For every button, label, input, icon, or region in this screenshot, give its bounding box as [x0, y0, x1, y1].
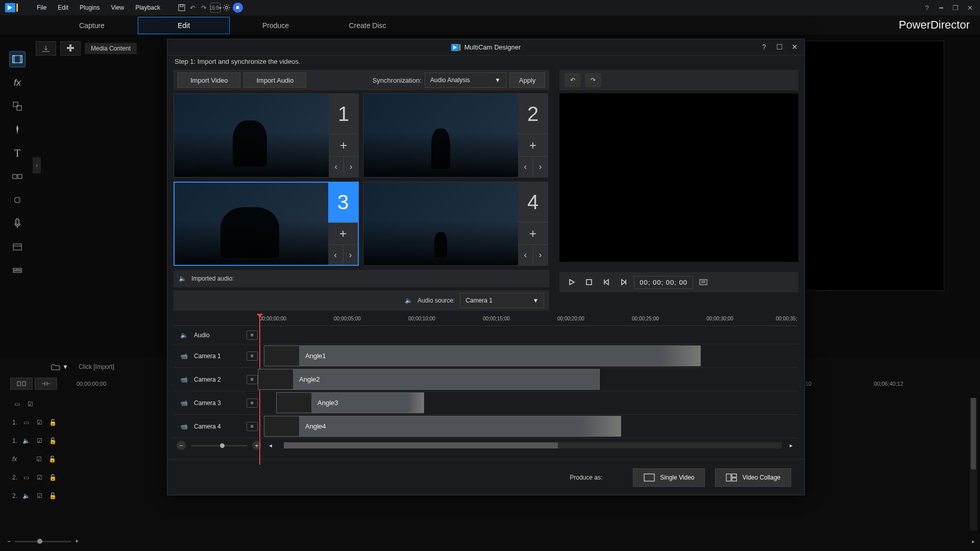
- transition-room-icon[interactable]: [9, 168, 26, 185]
- audio-source-dropdown[interactable]: Camera 1▼: [460, 293, 544, 308]
- zoom-slider[interactable]: [191, 445, 247, 446]
- clip-angle4[interactable]: Angle4: [264, 416, 621, 437]
- subtitle-room-icon[interactable]: [9, 262, 26, 279]
- camera-slot-4[interactable]: 4 + ‹›: [363, 182, 548, 266]
- clip-angle1[interactable]: Angle1: [264, 345, 701, 366]
- tab-create-disc[interactable]: Create Disc: [322, 17, 413, 34]
- camera-slot-3[interactable]: 3 + ‹›: [174, 182, 359, 266]
- checkbox-icon[interactable]: ☑: [34, 456, 43, 463]
- voiceover-room-icon[interactable]: [9, 215, 26, 232]
- dialog-ruler[interactable]: 00;00;00;00 00;00;05;00 00;00;10;00 00;0…: [174, 316, 798, 326]
- lock-icon[interactable]: 🔓: [48, 419, 57, 426]
- zoom-in-icon[interactable]: +: [75, 538, 79, 545]
- lock-icon[interactable]: 🔓: [48, 437, 57, 444]
- particle-room-icon[interactable]: [9, 121, 26, 138]
- sync-dropdown[interactable]: Audio Analysis▼: [425, 72, 506, 88]
- expand-panel-icon[interactable]: ›: [33, 157, 41, 173]
- zoom-out-icon[interactable]: −: [177, 441, 186, 450]
- lock-icon[interactable]: 🔓: [48, 474, 57, 481]
- save-icon[interactable]: [177, 3, 187, 13]
- clip-angle3[interactable]: Angle3: [276, 392, 424, 413]
- lock-icon[interactable]: 🔓: [48, 492, 57, 499]
- checkbox-icon[interactable]: ☑: [35, 437, 44, 444]
- clip-angle2[interactable]: Angle2: [258, 369, 600, 390]
- track-options-icon[interactable]: ≡: [247, 422, 258, 431]
- import-audio-button[interactable]: Import Audio: [243, 72, 306, 88]
- next-icon[interactable]: ›: [533, 157, 548, 177]
- chapter-room-icon[interactable]: [9, 239, 26, 255]
- prev-frame-icon[interactable]: [599, 275, 614, 289]
- menu-plugins[interactable]: Plugins: [75, 2, 105, 13]
- apply-button[interactable]: Apply: [509, 72, 546, 88]
- single-video-button[interactable]: Single Video: [633, 468, 705, 487]
- prev-icon[interactable]: ‹: [518, 245, 533, 265]
- camera-slot-2[interactable]: 2 + ‹›: [363, 93, 548, 178]
- plugins-icon[interactable]: [60, 41, 81, 56]
- menu-file[interactable]: File: [32, 2, 52, 13]
- notifications-icon[interactable]: [233, 3, 243, 13]
- timeline-vscroll[interactable]: [970, 398, 977, 531]
- title-room-icon[interactable]: T: [9, 145, 26, 161]
- hscrollbar[interactable]: [284, 442, 782, 448]
- maximize-icon[interactable]: ❐: [950, 3, 961, 13]
- tab-produce[interactable]: Produce: [230, 17, 322, 34]
- checkbox-icon[interactable]: ☑: [35, 492, 44, 499]
- next-frame-icon[interactable]: [617, 275, 631, 289]
- track-options-icon[interactable]: ≡: [247, 331, 258, 340]
- dialog-close-icon[interactable]: ✕: [789, 41, 800, 53]
- timeline-tool-1[interactable]: [10, 378, 33, 390]
- menu-playback[interactable]: Playback: [130, 2, 165, 13]
- media-room-icon[interactable]: [9, 51, 26, 67]
- tab-edit[interactable]: Edit: [138, 17, 230, 34]
- import-video-button[interactable]: Import Video: [178, 72, 240, 88]
- prev-icon[interactable]: ‹: [328, 245, 344, 265]
- hscroll-left-icon[interactable]: ◂: [266, 442, 275, 449]
- undo-icon[interactable]: ↶: [565, 73, 581, 87]
- prev-icon[interactable]: ‹: [329, 157, 344, 177]
- next-icon[interactable]: ›: [533, 245, 548, 265]
- settings-icon[interactable]: [222, 3, 232, 13]
- library-tab-media[interactable]: Media Content: [85, 43, 137, 54]
- hscroll-right-icon[interactable]: ▸: [787, 442, 795, 449]
- video-collage-button[interactable]: Video Collage: [715, 468, 791, 487]
- folder-dropdown-icon[interactable]: ▼: [51, 363, 68, 370]
- pip-room-icon[interactable]: [9, 98, 26, 114]
- stop-icon[interactable]: [582, 275, 596, 289]
- add-source-icon[interactable]: +: [518, 134, 548, 156]
- help-icon[interactable]: ?: [922, 3, 932, 13]
- audio-lane[interactable]: [258, 326, 798, 344]
- menu-view[interactable]: View: [106, 2, 129, 13]
- add-source-icon[interactable]: +: [328, 222, 358, 245]
- close-icon[interactable]: ✕: [965, 3, 975, 13]
- preview-options-icon[interactable]: [696, 275, 710, 289]
- lock-icon[interactable]: 🔓: [47, 456, 57, 463]
- minimize-icon[interactable]: ━: [936, 3, 946, 13]
- menu-edit[interactable]: Edit: [53, 2, 74, 13]
- timeline-tool-2[interactable]: [35, 378, 57, 390]
- add-source-icon[interactable]: +: [518, 222, 548, 244]
- checkbox-icon[interactable]: ☑: [35, 474, 44, 481]
- checkbox-icon[interactable]: ☑: [26, 400, 35, 408]
- track-options-icon[interactable]: ≡: [247, 375, 258, 384]
- dialog-help-icon[interactable]: ?: [758, 41, 770, 53]
- redo-icon[interactable]: ↷: [199, 3, 209, 13]
- camera-slot-1[interactable]: 1 + ‹›: [174, 93, 359, 178]
- dialog-maximize-icon[interactable]: ☐: [774, 41, 785, 53]
- timecode-display[interactable]: 00; 00; 00; 00: [634, 276, 693, 289]
- fx-room-icon[interactable]: fx: [9, 74, 26, 91]
- zoom-out-icon[interactable]: −: [7, 538, 11, 545]
- timeline-scroll-right-icon[interactable]: ▸: [972, 538, 975, 545]
- import-media-icon[interactable]: [36, 41, 56, 56]
- add-source-icon[interactable]: +: [329, 134, 358, 156]
- track-options-icon[interactable]: ≡: [247, 398, 258, 408]
- audio-room-icon[interactable]: [9, 192, 26, 208]
- play-icon[interactable]: [565, 275, 579, 289]
- next-icon[interactable]: ›: [344, 157, 359, 177]
- zoom-slider[interactable]: [15, 541, 71, 542]
- tab-capture[interactable]: Capture: [46, 17, 138, 34]
- track-options-icon[interactable]: ≡: [247, 352, 258, 361]
- undo-icon[interactable]: ↶: [188, 3, 198, 13]
- next-icon[interactable]: ›: [344, 245, 358, 265]
- redo-icon[interactable]: ↷: [585, 73, 601, 87]
- aspect-ratio-dropdown[interactable]: 16:9▾: [210, 3, 220, 13]
